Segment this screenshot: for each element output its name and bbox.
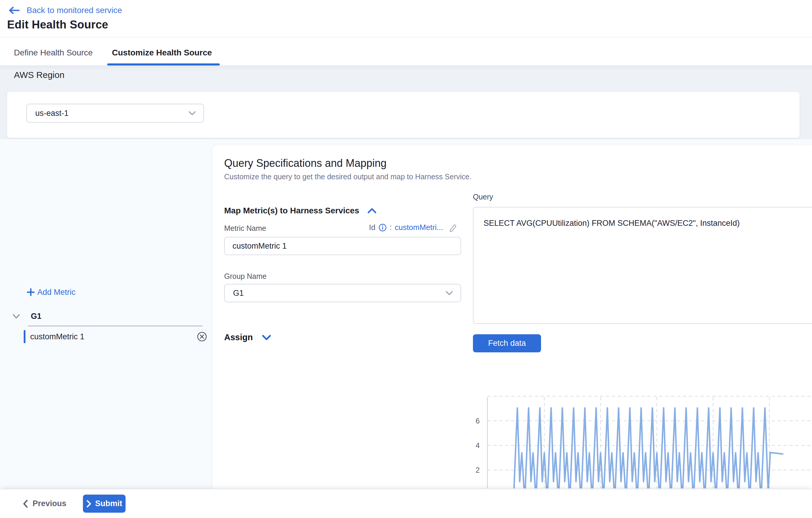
back-to-monitored-service-link[interactable]: Back to monitored service xyxy=(8,5,122,16)
aws-region-section: AWS Region us-east-1 xyxy=(0,66,812,139)
map-metrics-section-header[interactable]: Map Metric(s) to Harness Services xyxy=(224,206,377,215)
chevron-down-icon xyxy=(445,291,454,296)
delete-metric-icon[interactable] xyxy=(197,331,207,342)
page-header: Back to monitored service Edit Health So… xyxy=(0,0,812,37)
metric-group-toggle[interactable]: G1 xyxy=(12,312,41,321)
metric-list-item-selected[interactable]: customMetric 1 xyxy=(24,329,207,344)
active-tab-underline xyxy=(107,63,220,65)
aws-region-select[interactable]: us-east-1 xyxy=(26,104,204,123)
query-textarea[interactable]: SELECT AVG(CPUUtilization) FROM SCHEMA("… xyxy=(473,207,812,324)
chevron-right-icon xyxy=(86,500,91,508)
tab-bar: Define Health Source Customize Health So… xyxy=(0,37,812,66)
id-label: Id xyxy=(369,223,376,232)
chevron-up-icon[interactable] xyxy=(367,208,377,214)
selected-metric-indicator xyxy=(24,330,26,343)
query-label: Query xyxy=(473,193,493,201)
metric-name-label: Metric Name xyxy=(224,224,266,233)
assign-section-header[interactable]: Assign xyxy=(224,332,272,342)
fetch-data-button[interactable]: Fetch data xyxy=(473,334,541,352)
submit-label: Submit xyxy=(95,499,122,508)
map-metrics-title: Map Metric(s) to Harness Services xyxy=(224,206,359,215)
chevron-down-icon xyxy=(188,111,196,116)
info-icon[interactable] xyxy=(378,223,387,232)
metric-item-label: customMetric 1 xyxy=(30,332,197,342)
group-name-selected-value: G1 xyxy=(233,289,244,298)
previous-label: Previous xyxy=(33,499,66,508)
chevron-left-icon xyxy=(23,500,28,508)
metric-id-link[interactable]: customMetri... xyxy=(395,223,443,232)
tab-customize-health-source[interactable]: Customize Health Source xyxy=(112,48,212,57)
back-link-label: Back to monitored service xyxy=(27,6,122,15)
edit-pencil-icon[interactable] xyxy=(448,223,457,232)
assign-label: Assign xyxy=(224,332,253,342)
group-name-select[interactable]: G1 xyxy=(224,284,461,302)
chevron-down-icon xyxy=(12,313,21,320)
add-metric-button[interactable]: Add Metric xyxy=(26,288,76,297)
aws-region-card: us-east-1 xyxy=(7,92,800,138)
query-specs-subheading: Customize the query to get the desired o… xyxy=(224,172,471,181)
metric-id-row: Id : customMetri... xyxy=(369,223,457,232)
group-divider xyxy=(28,326,203,326)
previous-button[interactable]: Previous xyxy=(23,499,66,508)
page-title: Edit Health Source xyxy=(7,18,108,31)
fetch-data-label: Fetch data xyxy=(488,339,526,348)
metric-name-input[interactable] xyxy=(224,237,461,255)
aws-region-label: AWS Region xyxy=(14,70,64,80)
plus-icon xyxy=(26,288,35,297)
query-specs-heading: Query Specifications and Mapping xyxy=(224,157,386,169)
metric-group-label: G1 xyxy=(31,312,41,321)
aws-region-selected-value: us-east-1 xyxy=(35,109,69,118)
back-arrow-icon xyxy=(8,6,20,15)
id-separator: : xyxy=(390,223,392,232)
submit-button[interactable]: Submit xyxy=(83,495,125,513)
tab-define-health-source[interactable]: Define Health Source xyxy=(14,48,93,57)
group-name-label: Group Name xyxy=(224,272,266,281)
add-metric-label: Add Metric xyxy=(37,288,76,297)
chevron-down-icon[interactable] xyxy=(261,334,272,341)
footer-bar: Previous Submit xyxy=(0,489,812,518)
